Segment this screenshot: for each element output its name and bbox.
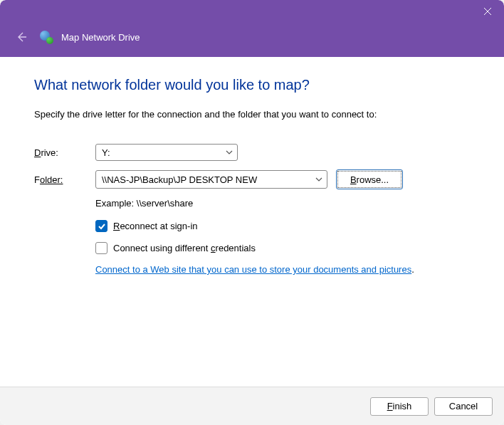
close-icon [484,8,491,15]
back-button[interactable] [11,27,31,47]
chevron-down-icon [226,149,233,156]
network-drive-icon [40,31,53,43]
credentials-label: Connect using different credentials [113,243,256,253]
footer-bar: Finish Cancel [0,387,504,425]
folder-row: Folder: \\NAS-JP\Backup\JP DESKTOP NEW B… [34,169,474,189]
connect-website-link[interactable]: Connect to a Web site that you can use t… [95,264,411,275]
titlebar [0,0,504,23]
instruction-text: Specify the drive letter for the connect… [34,109,474,120]
folder-value: \\NAS-JP\Backup\JP DESKTOP NEW [102,174,257,185]
reconnect-row: Reconnect at sign-in [95,220,474,232]
dialog-title: Map Network Drive [61,32,140,43]
cancel-button[interactable]: Cancel [434,397,493,416]
credentials-row: Connect using different credentials [95,242,474,254]
folder-combobox[interactable]: \\NAS-JP\Backup\JP DESKTOP NEW [95,170,327,189]
close-button[interactable] [471,0,504,23]
page-heading: What network folder would you like to ma… [34,77,474,93]
reconnect-checkbox[interactable] [95,220,107,232]
reconnect-label: Reconnect at sign-in [113,221,198,231]
browse-button[interactable]: Browse... [336,169,403,189]
checkmark-icon [98,222,106,231]
finish-button[interactable]: Finish [370,397,429,416]
folder-label: Folder: [34,174,95,185]
website-link-row: Connect to a Web site that you can use t… [95,264,474,275]
header-bar: Map Network Drive [0,23,504,57]
drive-value: Y: [102,147,110,158]
drive-select[interactable]: Y: [95,144,238,161]
drive-row: Drive: Y: [34,144,474,161]
chevron-down-icon [315,176,322,183]
back-arrow-icon [16,31,27,43]
drive-label: Drive: [34,147,95,158]
content-area: What network folder would you like to ma… [0,57,504,387]
credentials-checkbox[interactable] [95,242,107,254]
map-network-drive-dialog: Map Network Drive What network folder wo… [0,0,504,425]
example-text: Example: \\server\share [95,198,474,209]
